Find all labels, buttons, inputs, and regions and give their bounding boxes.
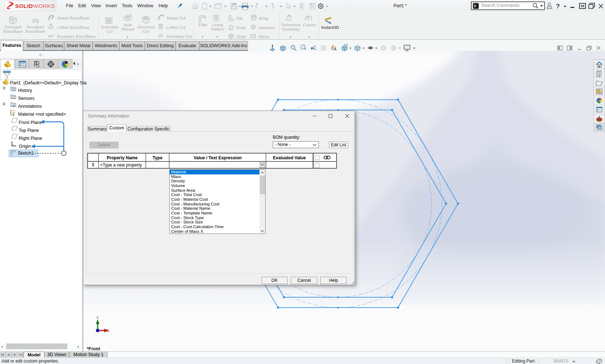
svg-text:Type: Type — [152, 155, 162, 160]
svg-text:Property Name: Property Name — [107, 155, 138, 160]
svg-text:Y: Y — [96, 316, 99, 320]
svg-text:Evaluated Value: Evaluated Value — [273, 155, 306, 160]
svg-text:A: A — [334, 47, 337, 51]
svg-text:SOLIDWORKS: SOLIDWORKS — [15, 3, 55, 9]
svg-text:X: X — [107, 329, 110, 333]
svg-text:1: 1 — [92, 162, 94, 167]
svg-text:?: ? — [556, 3, 560, 10]
svg-text:*Front: *Front — [87, 346, 101, 351]
svg-text:Value / Text Expression: Value / Text Expression — [193, 155, 241, 160]
svg-text:<Type a new property: <Type a new property — [100, 163, 142, 168]
